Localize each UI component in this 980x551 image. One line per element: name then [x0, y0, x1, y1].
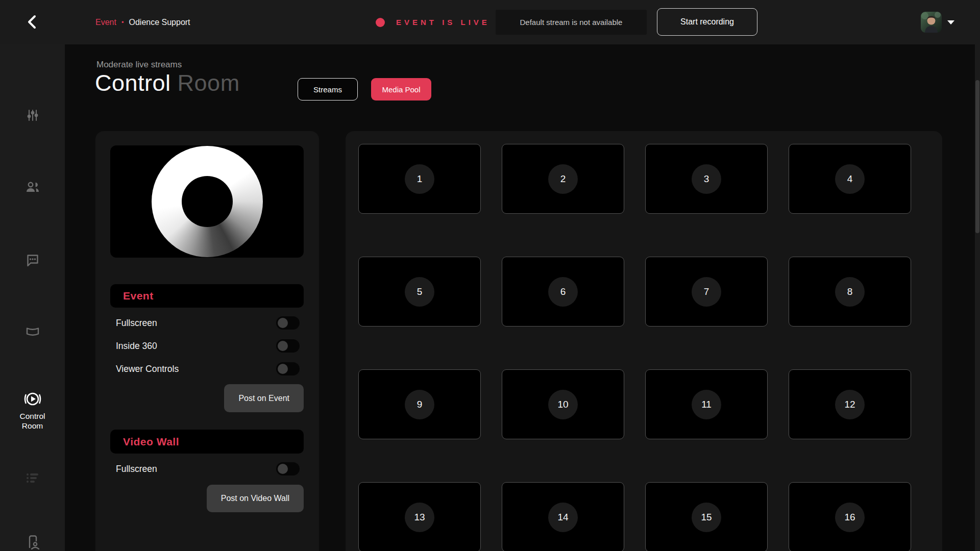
toggle-label: Fullscreen: [116, 464, 157, 474]
post-on-video-wall-button[interactable]: Post on Video Wall: [207, 485, 304, 512]
toggle-row-viewer-controls: Viewer Controls: [116, 361, 300, 377]
wall-fullscreen-toggle[interactable]: [276, 462, 300, 475]
odience-logo: [152, 146, 263, 257]
tile-number: 11: [692, 390, 721, 419]
tile-number: 15: [692, 503, 721, 532]
tile-number: 9: [405, 390, 434, 419]
media-tile[interactable]: 7: [645, 257, 768, 327]
sidebar-item-screen[interactable]: [0, 325, 65, 339]
screen-icon: [25, 325, 40, 339]
sidebar-item-control-room[interactable]: Control Room: [0, 391, 65, 431]
inside-360-toggle[interactable]: [276, 339, 300, 353]
media-tile[interactable]: 8: [789, 257, 911, 327]
fullscreen-toggle[interactable]: [276, 316, 300, 330]
tile-number: 4: [835, 164, 865, 194]
page-subtitle: Moderate live streams: [96, 60, 182, 70]
avatar[interactable]: [921, 12, 942, 33]
scrollbar-thumb[interactable]: [975, 80, 979, 233]
chat-icon: [26, 253, 40, 267]
sidebar-item-chat[interactable]: [0, 253, 65, 267]
media-preview: [110, 145, 304, 258]
media-tile[interactable]: 14: [502, 482, 624, 551]
tile-number: 12: [835, 390, 865, 419]
tab-media-pool[interactable]: Media Pool: [371, 78, 431, 101]
tile-number: 6: [548, 277, 578, 307]
breadcrumb: Event • Odience Support: [95, 0, 190, 44]
sidebar-item-device[interactable]: [0, 534, 65, 550]
list-icon: [25, 471, 40, 485]
media-tile[interactable]: 2: [502, 144, 624, 214]
tile-number: 14: [548, 503, 578, 532]
event-section-title: Event: [123, 290, 154, 302]
tile-number: 1: [405, 164, 434, 194]
media-tile[interactable]: 3: [645, 144, 768, 214]
chevron-down-icon[interactable]: [947, 20, 954, 24]
tile-number: 3: [692, 164, 721, 194]
tile-number: 7: [692, 277, 721, 307]
device-person-icon: [25, 534, 40, 550]
chevron-left-icon: [26, 14, 37, 31]
toggle-row-wall-fullscreen: Fullscreen: [116, 461, 300, 477]
people-icon: [25, 181, 40, 194]
sidebar-item-queue[interactable]: [0, 471, 65, 485]
top-bar: Event • Odience Support EVENT IS LIVE De…: [0, 0, 980, 44]
media-tile[interactable]: 6: [502, 257, 624, 327]
event-control-panel: Event Fullscreen Inside 360 Viewer Contr…: [95, 131, 319, 551]
scrollbar-track[interactable]: [975, 44, 980, 551]
tile-number: 5: [405, 277, 434, 307]
sliders-icon: [26, 108, 40, 122]
tab-streams[interactable]: Streams: [298, 78, 358, 101]
post-on-event-button[interactable]: Post on Event: [224, 384, 304, 412]
event-section-header: Event: [110, 284, 304, 308]
breadcrumb-title: Odience Support: [129, 18, 190, 27]
media-tile[interactable]: 4: [789, 144, 911, 214]
play-circle-icon: [21, 391, 44, 407]
tile-number: 8: [835, 277, 865, 307]
live-status: EVENT IS LIVE: [376, 0, 490, 44]
media-tile[interactable]: 11: [645, 369, 768, 439]
page-title: Control Room: [95, 70, 240, 96]
video-wall-section-header: Video Wall: [110, 430, 304, 454]
tile-number: 2: [548, 164, 578, 194]
page-title-secondary: Room: [178, 70, 240, 96]
media-tile[interactable]: 13: [358, 482, 481, 551]
back-button[interactable]: [22, 13, 41, 32]
breadcrumb-event[interactable]: Event: [95, 18, 116, 27]
media-pool-panel: 12345678910111213141516: [346, 131, 942, 551]
viewer-controls-toggle[interactable]: [276, 362, 300, 375]
sidebar: Control Room: [0, 44, 65, 551]
breadcrumb-separator: •: [121, 18, 124, 26]
default-stream-notice: Default stream is not available: [496, 10, 647, 35]
live-status-text: EVENT IS LIVE: [396, 18, 490, 27]
toggle-label: Inside 360: [116, 341, 157, 352]
media-tile[interactable]: 16: [789, 482, 911, 551]
tile-number: 16: [835, 503, 865, 532]
video-wall-section-title: Video Wall: [123, 436, 179, 448]
tile-number: 10: [548, 390, 578, 419]
sidebar-item-mixer[interactable]: [0, 108, 65, 122]
media-pool-grid: 12345678910111213141516: [358, 144, 942, 551]
toggle-label: Viewer Controls: [116, 364, 179, 374]
live-dot-icon: [376, 18, 385, 27]
media-tile[interactable]: 5: [358, 257, 481, 327]
start-recording-button[interactable]: Start recording: [657, 8, 757, 36]
media-tile[interactable]: 12: [789, 369, 911, 439]
toggle-label: Fullscreen: [116, 318, 157, 329]
tile-number: 13: [405, 503, 434, 532]
page-title-primary: Control: [95, 70, 171, 96]
sidebar-item-participants[interactable]: [0, 181, 65, 194]
main-content: Moderate live streams Control Room Strea…: [65, 44, 980, 551]
control-room-page: Event • Odience Support EVENT IS LIVE De…: [0, 0, 980, 551]
sidebar-item-label: Control Room: [10, 412, 56, 431]
media-tile[interactable]: 1: [358, 144, 481, 214]
toggle-row-fullscreen: Fullscreen: [116, 315, 300, 331]
media-tile[interactable]: 10: [502, 369, 624, 439]
toggle-row-inside-360: Inside 360: [116, 338, 300, 354]
media-tile[interactable]: 9: [358, 369, 481, 439]
media-tile[interactable]: 15: [645, 482, 768, 551]
